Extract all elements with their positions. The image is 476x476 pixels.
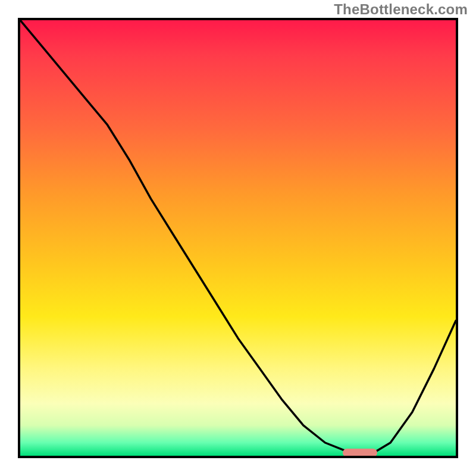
chart-frame	[18, 18, 458, 458]
watermark-text: TheBottleneck.com	[334, 1, 468, 18]
chart-line-svg	[20, 20, 456, 456]
chart-minimum-marker	[343, 449, 378, 457]
chart-line-path	[20, 20, 456, 456]
